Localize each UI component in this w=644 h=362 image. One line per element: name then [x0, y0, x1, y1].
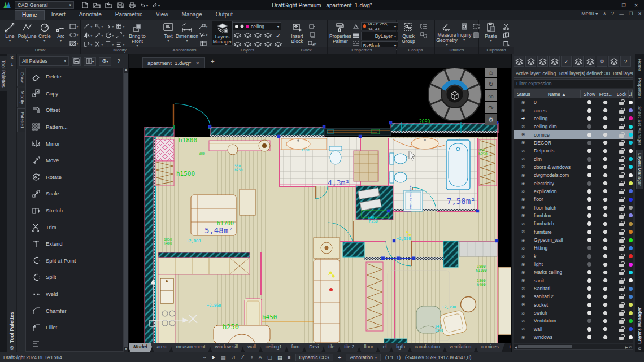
layer-row-marks-ceiling[interactable]: ≋Marks ceilingC [514, 268, 633, 276]
define-block-icon[interactable] [307, 23, 317, 30]
layers-toolbar-button-7[interactable]: ⚙ [597, 56, 607, 67]
palette-settings-icon[interactable]: ⚙▾ [99, 57, 111, 66]
menu-tab-home[interactable]: Home [15, 10, 45, 20]
layer-row-sanitari-2[interactable]: ≋sanitari 21 [514, 293, 633, 300]
sheet-tab-area[interactable]: area [151, 343, 173, 352]
maximize-button[interactable]: ❐ [618, 1, 629, 9]
layers-toolbar-button-8[interactable] [608, 56, 619, 67]
sheet-tab-canalization[interactable]: canalization [408, 343, 446, 352]
layer-tool-icon-2[interactable] [253, 32, 263, 40]
dimension-button[interactable]: Dimension▾ [176, 21, 198, 42]
palette-tool-weld[interactable]: Weld [26, 286, 123, 303]
help-icon[interactable]: ? [611, 11, 614, 16]
layer-row-hitting[interactable]: ≋Hitting1 [514, 244, 633, 252]
palette-group-combo[interactable]: All Palettes▾ [19, 56, 69, 66]
sheet-tab-el[interactable]: el [377, 343, 393, 352]
layer-row-cornice[interactable]: ≋corniceC [514, 130, 633, 138]
status-icon-4[interactable]: ∠ [241, 354, 246, 360]
sheet-tab-wall[interactable]: wall [241, 343, 262, 352]
layers-toolbar-button-9[interactable]: ? [620, 56, 631, 67]
tool-palettes-strip-tab[interactable]: Tool Palettes [0, 56, 7, 91]
status-icon-6[interactable]: A [259, 354, 262, 360]
layers-toolbar-button-5[interactable] [573, 56, 584, 67]
sheet-tab-window-sill[interactable]: window sill [209, 343, 245, 352]
annotation-scale-combo[interactable]: Annotation▾ [346, 354, 381, 361]
layer-tool-icon-4[interactable]: ✓ [273, 32, 283, 40]
menu-tab-view[interactable]: View [149, 10, 175, 20]
edit-group-icon[interactable] [419, 23, 428, 30]
layers-toolbar-button-2[interactable] [537, 56, 548, 67]
layer-tool-icon-0[interactable] [233, 32, 242, 40]
block-attribute-icon[interactable] [307, 31, 317, 39]
close-button[interactable]: ✕ [630, 1, 642, 9]
document-tab[interactable]: apartment_1.dwg*✕ [142, 57, 205, 68]
add-scale-icon[interactable]: + [338, 354, 341, 361]
redo-icon[interactable]: ▾ [152, 2, 160, 9]
rectangle-icon[interactable]: ▾ [69, 23, 79, 30]
line-button[interactable]: Line▾ [2, 21, 18, 42]
status-icon-5[interactable]: ⌖ [250, 354, 253, 361]
sheet-tab-floor[interactable]: floor [358, 343, 380, 352]
properties-painter-button[interactable]: Properties Painter [329, 21, 351, 44]
modify-tool-icon-6[interactable]: ▾ [104, 31, 114, 40]
layer-row-dim[interactable]: ≋dimC [514, 155, 633, 163]
right-tab-layers-manager[interactable]: Layers Manager [636, 150, 643, 189]
dynamic-ccs-button[interactable]: Dynamic CCS [295, 354, 333, 361]
layer-row-k[interactable]: ≋kR [514, 252, 633, 260]
palette-tool-offset[interactable]: Offset [26, 102, 123, 119]
status-icon-8[interactable]: ▤ [277, 354, 282, 360]
minimize-button[interactable]: — [606, 1, 617, 9]
sheet-tab-cornices[interactable]: cornices [475, 343, 505, 352]
polyline-button[interactable]: PolyLine▾ [18, 21, 37, 42]
palette-tool-partial[interactable] [26, 336, 123, 352]
layer-filter-input[interactable]: Filter expression... [514, 79, 633, 88]
layer-row-decor[interactable]: ≋DECORC [514, 139, 633, 147]
palette-tool-pattern-[interactable]: Pattern... [26, 119, 123, 136]
palette-tab-modify[interactable]: Modify [17, 88, 25, 108]
menu-tab-output[interactable]: Output [209, 10, 240, 20]
color-combo[interactable]: RGB: 255, 94, 41 ▾ [361, 22, 398, 30]
modify-tool-icon-1[interactable]: ▾ [93, 22, 103, 30]
menu-tab-insert[interactable]: Insert [45, 10, 72, 20]
lineweight-icon[interactable] [351, 31, 361, 39]
layer-row-floor[interactable]: ≋floor1 [514, 195, 633, 203]
palette-tool-chamfer[interactable]: Chamfer [26, 302, 123, 319]
layers-toolbar-button-3[interactable] [549, 56, 560, 67]
leader-icon[interactable]: ▾ [198, 23, 208, 30]
layers-toolbar-button-4[interactable]: ✓ [561, 56, 572, 67]
drawing-canvas[interactable]: 4,3m²7,58m²5,48m²h1800h1500h1700h250h450… [129, 68, 511, 343]
doc-close-icon[interactable]: ✕ [638, 11, 642, 16]
modify-tool-icon-0[interactable]: ▾ [82, 22, 93, 30]
layer-row-explication[interactable]: ≋explication1 [514, 187, 633, 195]
sheet-tab-model[interactable]: Model [129, 343, 154, 352]
add-sheet-tab[interactable]: + [502, 343, 511, 352]
ribbon-collapse-icon[interactable]: ∧ [603, 11, 606, 16]
palette-tool-fillet[interactable]: Fillet [26, 319, 123, 336]
doc-tab-close-icon[interactable]: ✕ [195, 60, 200, 66]
sheet-tab-ventilation[interactable]: ventilation [443, 343, 477, 352]
text-button[interactable]: Text▾ [161, 21, 176, 42]
insert-block-button[interactable]: Insert Block [287, 21, 307, 44]
block-edit-icon[interactable]: ▾ [307, 40, 317, 47]
palette-tool-extend[interactable]: Extend [26, 235, 123, 252]
modify-tool-icon-5[interactable]: ▾ [93, 31, 103, 40]
layer-row-defpoints[interactable]: ≋DefpointsW [514, 147, 633, 155]
layer-row-socket[interactable]: ≋socket6 [514, 301, 633, 309]
palette-tool-trim[interactable]: Trim [26, 219, 123, 235]
palette-tool-split[interactable]: Split [26, 269, 123, 286]
layer-row-acces[interactable]: ≋acces1 [514, 106, 633, 114]
palette-options-icon[interactable]: ⚙ [10, 345, 14, 351]
palette-close-icon[interactable]: ✕ [10, 55, 14, 62]
ellipse-icon[interactable]: ▾ [69, 31, 79, 39]
layers-toolbar-button-6[interactable] [585, 56, 595, 67]
new-document-tab-icon[interactable]: + [211, 58, 215, 66]
open-file-icon[interactable] [93, 2, 101, 9]
modify-tool-icon-3[interactable]: ▾ [115, 22, 125, 30]
doc-restore-icon[interactable]: ❐ [629, 11, 633, 16]
sheet-tab-ceiling1[interactable]: ceiling1 [259, 343, 288, 352]
status-icon-7[interactable]: ▢ [267, 354, 272, 360]
palette-tool-scale[interactable]: Scale [26, 185, 123, 202]
layer-row-windows[interactable]: ≋windowsW [514, 333, 633, 341]
circle-button[interactable]: Circle▾ [36, 21, 53, 42]
inquiry-button[interactable]: Inquiry▾ [457, 21, 472, 41]
